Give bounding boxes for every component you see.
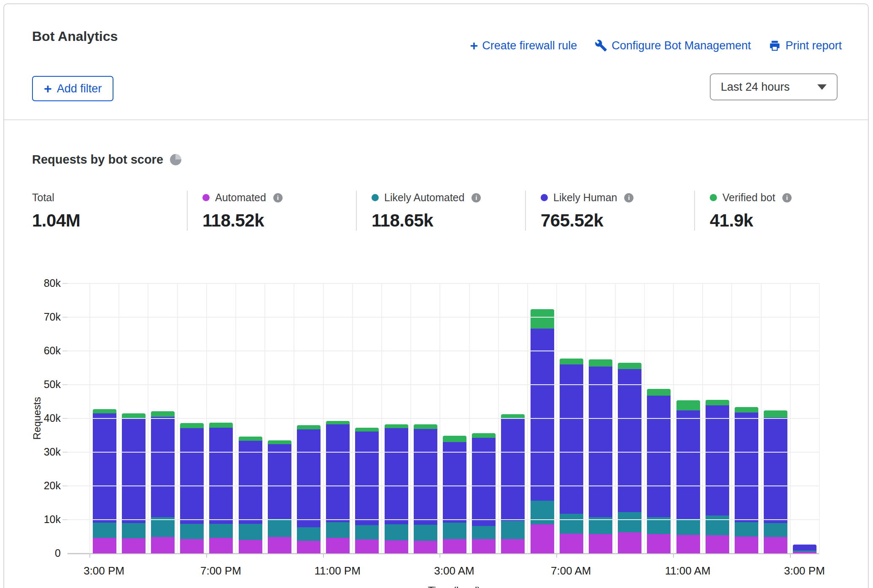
bar-3-00-PM[interactable] [793, 545, 816, 553]
bar-5-00-AM[interactable] [501, 414, 525, 553]
segment-automated [151, 537, 175, 553]
configure-bot-management-link[interactable]: Configure Bot Management [595, 39, 751, 52]
bar-10-00-PM[interactable] [297, 425, 321, 553]
segment-verified-bot [326, 421, 350, 425]
bar-7-00-PM[interactable] [209, 423, 233, 553]
segment-automated [472, 539, 496, 553]
segment-automated [706, 535, 729, 553]
segment-verified-bot [443, 436, 466, 442]
bar-4-00-PM[interactable] [122, 413, 146, 553]
info-icon[interactable]: i [472, 193, 481, 202]
segment-likely-automated [239, 524, 262, 540]
x-tick-label: 3:00 AM [434, 564, 474, 577]
bar-12-00-AM[interactable] [355, 428, 379, 553]
bar-2-00-PM[interactable] [764, 410, 787, 553]
segment-automated [355, 539, 379, 553]
bar-5-00-PM[interactable] [151, 411, 175, 553]
segment-verified-bot [93, 409, 116, 413]
segment-likely-automated [764, 523, 787, 537]
bar-6-00-PM[interactable] [180, 423, 204, 553]
info-icon[interactable]: i [273, 193, 283, 202]
x-tick-label: 7:00 AM [551, 564, 591, 577]
bar-8-00-AM[interactable] [589, 359, 612, 553]
plot-area [67, 283, 819, 553]
segment-verified-bot [647, 389, 671, 396]
x-tick-label: 11:00 AM [665, 564, 711, 577]
stat-likely-human-value: 765.52k [541, 210, 694, 231]
info-icon[interactable]: i [624, 193, 633, 202]
x-tick [89, 553, 90, 558]
bar-7-00-AM[interactable] [560, 359, 583, 553]
segment-likely-human [560, 364, 583, 514]
bar-6-00-AM[interactable] [531, 309, 554, 553]
create-firewall-rule-label: Create firewall rule [482, 39, 577, 52]
bar-8-00-PM[interactable] [239, 437, 262, 553]
y-tick-label: 30k [25, 446, 61, 458]
stats-row: Total 1.04M Automated i 118.52k Likely A… [32, 191, 846, 231]
y-tick [62, 384, 67, 385]
stat-total-value: 1.04M [32, 210, 187, 231]
y-gridline [67, 486, 819, 486]
segment-likely-automated [355, 525, 379, 539]
print-report-link[interactable]: Print report [768, 39, 842, 52]
page-title: Bot Analytics [32, 29, 118, 44]
segment-automated [122, 538, 146, 553]
y-tick [62, 486, 67, 486]
bar-10-00-AM[interactable] [647, 389, 671, 553]
stat-likely-automated: Likely Automated i 118.65k [356, 191, 525, 231]
segment-likely-automated [209, 524, 233, 538]
y-tick [62, 452, 67, 453]
stat-likely-automated-label: Likely Automated [384, 192, 464, 204]
likely-human-legend-dot [541, 194, 548, 201]
pie-chart-icon [170, 154, 181, 165]
y-tick [62, 418, 67, 419]
segment-automated [618, 532, 641, 553]
bar-3-00-AM[interactable] [443, 436, 466, 553]
stat-likely-human: Likely Human i 765.52k [525, 191, 694, 231]
segment-verified-bot [735, 407, 758, 413]
bar-3-00-PM[interactable] [93, 409, 116, 553]
segment-likely-human [122, 418, 146, 523]
bar-9-00-PM[interactable] [268, 440, 291, 553]
bar-1-00-AM[interactable] [385, 424, 408, 553]
analytics-card: Bot Analytics + Create firewall rule Con… [3, 3, 869, 588]
segment-likely-automated [414, 525, 437, 541]
stat-verified-bot-label: Verified bot [722, 192, 775, 204]
add-filter-button[interactable]: + Add filter [32, 76, 113, 101]
create-firewall-rule-link[interactable]: + Create firewall rule [470, 39, 577, 52]
bar-11-00-PM[interactable] [326, 421, 350, 553]
y-tick-label: 50k [25, 378, 61, 391]
segment-likely-human [735, 413, 758, 522]
wrench-icon [595, 39, 607, 52]
bar-1-00-PM[interactable] [735, 407, 758, 553]
requests-by-bot-score-chart: Requests 3:00 PM7:00 PM11:00 PM3:00 AM7:… [4, 274, 873, 588]
y-gridline [67, 283, 819, 284]
bar-11-00-AM[interactable] [676, 400, 700, 553]
y-tick-label: 10k [25, 513, 61, 526]
y-gridline [67, 317, 819, 318]
automated-legend-dot [202, 194, 210, 201]
y-tick-label: 70k [25, 311, 61, 323]
bar-2-00-AM[interactable] [414, 424, 437, 553]
x-tick [790, 553, 791, 558]
y-tick-label: 80k [25, 277, 61, 289]
segment-automated [93, 538, 116, 553]
bar-12-00-PM[interactable] [706, 400, 729, 553]
info-icon[interactable]: i [782, 193, 792, 202]
bar-4-00-AM[interactable] [472, 433, 496, 553]
y-gridline [67, 452, 819, 453]
segment-likely-human [764, 418, 787, 523]
time-range-dropdown[interactable]: Last 24 hours [710, 73, 838, 100]
segment-automated [326, 538, 350, 553]
stat-likely-automated-value: 118.65k [372, 210, 525, 231]
segment-likely-automated [385, 524, 408, 540]
bar-9-00-AM[interactable] [618, 363, 641, 553]
segment-likely-automated [472, 526, 496, 539]
segment-likely-human [676, 410, 700, 519]
stat-automated-value: 118.52k [202, 210, 356, 231]
segment-verified-bot [209, 423, 233, 428]
segment-verified-bot [531, 309, 554, 329]
segment-automated [560, 534, 583, 553]
segment-likely-automated [560, 514, 583, 534]
y-tick [62, 351, 67, 351]
